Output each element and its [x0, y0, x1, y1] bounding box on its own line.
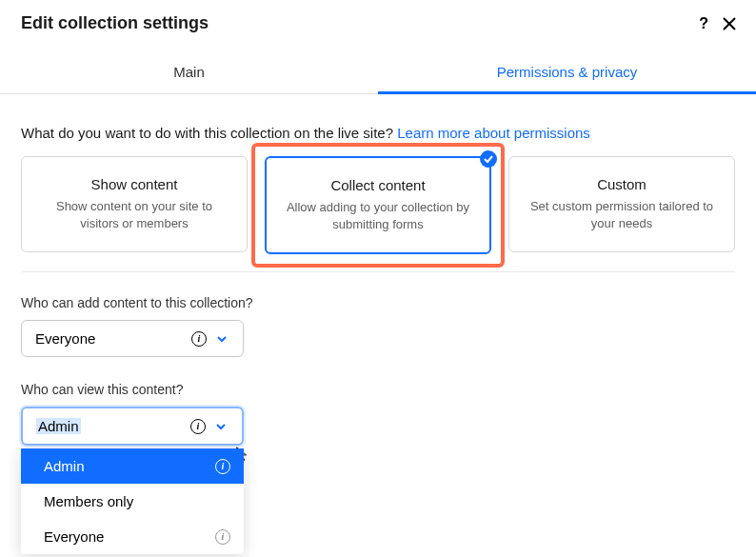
info-icon[interactable]: i [190, 419, 206, 434]
card-custom[interactable]: Custom Set custom permission tailored to… [508, 156, 735, 252]
select-value: Everyone [35, 330, 95, 347]
add-content-label: Who can add content to this collection? [21, 295, 735, 310]
permission-cards: Show content Show content on your site t… [21, 156, 735, 254]
info-icon[interactable]: i [191, 331, 207, 347]
card-show-content[interactable]: Show content Show content on your site t… [21, 156, 248, 252]
option-label: Everyone [44, 528, 104, 545]
card-title: Custom [597, 176, 647, 192]
option-label: Admin [44, 458, 85, 474]
tabs: Main Permissions & privacy [0, 52, 756, 94]
chevron-down-icon [215, 420, 229, 433]
divider [21, 271, 735, 272]
option-admin[interactable]: Admin i [21, 448, 244, 484]
card-desc: Show content on your site to visitors or… [37, 198, 231, 232]
add-content-select[interactable]: Everyone i [21, 320, 244, 357]
prompt-question: What do you want to do with this collect… [21, 125, 397, 141]
help-icon[interactable]: ? [699, 15, 708, 32]
tab-permissions[interactable]: Permissions & privacy [378, 52, 756, 93]
card-title: Collect content [330, 177, 425, 193]
card-title: Show content [91, 176, 178, 192]
close-icon[interactable] [722, 16, 737, 31]
option-members[interactable]: Members only [21, 484, 244, 519]
info-icon[interactable]: i [215, 529, 230, 545]
view-content-dropdown: Admin i Members only Everyone i [21, 448, 244, 554]
view-content-select[interactable]: Admin i [21, 407, 244, 446]
page-title: Edit collection settings [21, 13, 209, 33]
select-value: Admin [36, 418, 81, 434]
check-icon [480, 150, 497, 168]
option-everyone[interactable]: Everyone i [21, 519, 244, 554]
info-icon[interactable]: i [215, 459, 230, 474]
card-desc: Set custom permission tailored to your n… [525, 198, 719, 232]
learn-more-link[interactable]: Learn more about permissions [397, 125, 590, 141]
tab-main[interactable]: Main [0, 52, 378, 93]
prompt-text: What do you want to do with this collect… [21, 125, 735, 141]
option-label: Members only [44, 493, 133, 509]
view-content-label: Who can view this content? [21, 382, 735, 397]
card-desc: Allow adding to your collection by submi… [282, 199, 474, 233]
chevron-down-icon [216, 332, 229, 346]
card-collect-content[interactable]: Collect content Allow adding to your col… [265, 156, 491, 254]
